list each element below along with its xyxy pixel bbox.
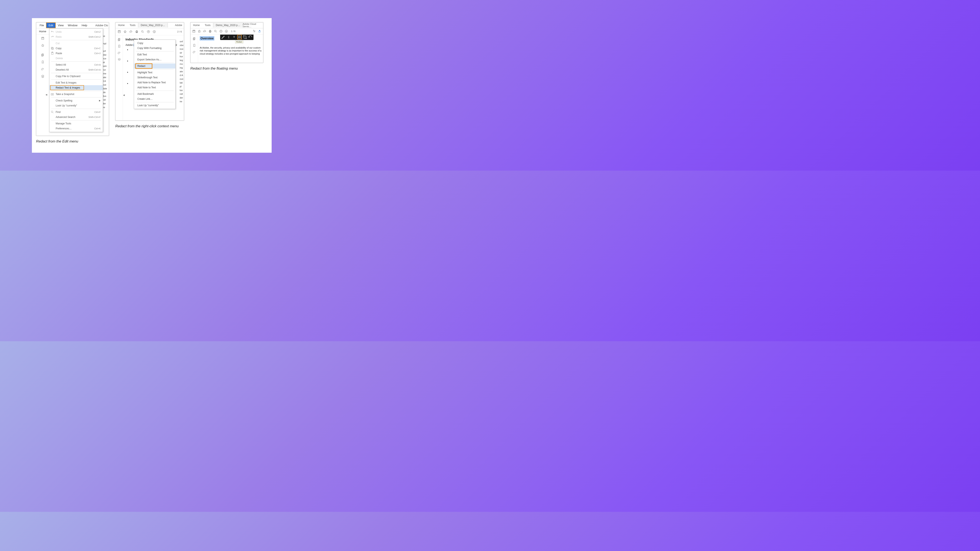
tab-home[interactable]: Home <box>116 23 127 27</box>
svg-rect-29 <box>194 38 195 40</box>
menu-file[interactable]: File <box>38 23 46 28</box>
pages-icon[interactable] <box>41 53 45 57</box>
pages-icon[interactable] <box>192 37 196 40</box>
menu-redo[interactable]: RedoShift+Ctrl+Z <box>49 34 103 40</box>
cloud-icon[interactable] <box>129 30 133 33</box>
tab-tools[interactable]: Tools <box>127 23 138 27</box>
toolbar-2: 2 / 6 <box>116 29 184 35</box>
caption-panel3: Redact from the floating menu <box>190 66 263 71</box>
search-icon <box>51 110 54 114</box>
save-icon[interactable] <box>41 37 45 40</box>
ctx-add-note-replace[interactable]: Add Note to Replace Text <box>134 80 175 85</box>
document-body-text: At Adobe, the security, privacy and avai… <box>200 46 261 56</box>
ctx-add-note-text[interactable]: Add Note to Text <box>134 85 175 90</box>
copy-icon <box>51 47 54 50</box>
strikethrough-tool-icon[interactable]: T <box>232 35 236 40</box>
star-icon[interactable] <box>123 30 127 33</box>
cursor-icon[interactable] <box>253 30 256 33</box>
menu-lookup[interactable]: Look Up "currently" <box>49 103 103 108</box>
ctx-export-selection[interactable]: Export Selection As… <box>134 57 175 62</box>
svg-rect-5 <box>51 47 53 49</box>
menu-snapshot[interactable]: Take a Snapshot <box>49 92 103 97</box>
ctx-add-bookmark[interactable]: Add Bookmark <box>134 91 175 97</box>
tab-home[interactable]: Home <box>191 23 202 27</box>
menu-edit[interactable]: Edit <box>46 22 56 28</box>
collapse-caret-icon[interactable]: ◀ <box>45 93 47 96</box>
attachment-icon[interactable] <box>41 67 45 71</box>
menu-cut[interactable]: Cut <box>49 41 103 46</box>
ctx-lookup[interactable]: Look Up "currently" <box>134 103 175 108</box>
menu-copy[interactable]: CopyCtrl+C <box>49 46 103 51</box>
tab-document[interactable]: Demo_May_2020 p… <box>138 23 168 27</box>
bookmark-icon[interactable] <box>41 60 45 64</box>
page-up-icon[interactable] <box>147 30 150 33</box>
acrobat-window-1: File Edit View Window Help Adobe Clo Hom… <box>36 22 109 136</box>
bookmark-icon[interactable] <box>118 44 121 48</box>
adobe-cloud-tab[interactable]: Adobe Cloud Servic… <box>243 23 263 28</box>
print-icon[interactable] <box>135 30 138 33</box>
cloud-icon[interactable] <box>203 30 206 33</box>
tab-document[interactable]: Demo_May_2020 p… <box>213 23 243 27</box>
zoom-icon[interactable] <box>141 30 144 33</box>
layers-icon[interactable] <box>118 58 121 61</box>
ctx-redact[interactable]: Redact <box>134 64 175 68</box>
svg-rect-24 <box>210 30 210 31</box>
more-tool-icon[interactable] <box>248 35 253 40</box>
layers-icon[interactable] <box>41 75 45 78</box>
crop-tool-icon[interactable] <box>243 35 247 40</box>
zoom-icon[interactable] <box>214 30 217 33</box>
collapse-caret-icon[interactable]: ◀ <box>123 94 125 97</box>
menu-view[interactable]: View <box>56 23 66 28</box>
svg-rect-3 <box>41 54 43 56</box>
menu-help[interactable]: Help <box>80 23 89 28</box>
ctx-copy[interactable]: Copy <box>134 41 175 46</box>
redact-tool-icon[interactable] <box>237 35 242 40</box>
svg-point-16 <box>142 31 143 32</box>
tab-tools[interactable]: Tools <box>202 23 213 27</box>
menu-window[interactable]: Window <box>66 23 80 28</box>
menu-bar: File Edit View Window Help Adobe Clo <box>36 22 109 29</box>
menu-delete[interactable]: Delete <box>49 56 103 61</box>
menu-redact-text-images[interactable]: Redact Text & Images <box>49 85 103 90</box>
attachment-icon[interactable] <box>118 51 121 55</box>
attachment-icon[interactable] <box>192 51 196 54</box>
page-down-icon[interactable] <box>153 30 156 33</box>
hand-icon[interactable] <box>258 30 261 33</box>
star-icon[interactable] <box>41 44 45 47</box>
menu-undo[interactable]: UndoCtrl+Z <box>49 29 103 34</box>
svg-point-10 <box>51 111 53 113</box>
pages-icon[interactable] <box>118 38 121 41</box>
menu-manage-tools[interactable]: Manage Tools <box>49 121 103 126</box>
page-indicator: 2 / 6 <box>177 30 182 33</box>
ctx-create-link[interactable]: Create Link… <box>134 97 175 102</box>
underline-tool-icon[interactable]: T <box>226 35 231 40</box>
ctx-edit-text[interactable]: Edit Text <box>134 52 175 57</box>
svg-rect-12 <box>119 31 120 32</box>
svg-rect-8 <box>51 93 54 95</box>
highlight-tool-icon[interactable] <box>221 35 226 40</box>
ctx-highlight[interactable]: Highlight Text <box>134 70 175 75</box>
home-button[interactable]: Home <box>36 29 49 35</box>
menu-check-spelling[interactable]: Check Spelling▶ <box>49 98 103 103</box>
save-icon[interactable] <box>118 30 121 33</box>
star-icon[interactable] <box>197 30 201 33</box>
ctx-copy-formatting[interactable]: Copy With Formatting <box>134 46 175 51</box>
menu-preferences[interactable]: Preferences…Ctrl+K <box>49 126 103 131</box>
print-icon[interactable] <box>208 30 212 33</box>
svg-rect-14 <box>136 31 137 31</box>
menu-deselect-all[interactable]: Deselect AllShift+Ctrl+A <box>49 67 103 72</box>
selected-heading[interactable]: Overview <box>200 36 214 40</box>
bookmark-icon[interactable] <box>192 44 196 47</box>
menu-edit-text-images[interactable]: Edit Text & Images <box>49 80 103 85</box>
redo-icon <box>51 35 54 38</box>
menu-paste[interactable]: PasteCtrl+V <box>49 51 103 56</box>
page-down-icon[interactable] <box>225 30 228 33</box>
menu-find[interactable]: FindCtrl+F <box>49 110 103 114</box>
menu-select-all[interactable]: Select AllCtrl+A <box>49 62 103 67</box>
adobe-label: Adobe <box>175 24 184 27</box>
ctx-strikethrough[interactable]: Strikethrough Text <box>134 75 175 80</box>
page-up-icon[interactable] <box>219 30 223 33</box>
menu-advanced-search[interactable]: Advanced SearchShift+Ctrl+F <box>49 114 103 119</box>
menu-copy-file[interactable]: Copy File to Clipboard <box>49 74 103 79</box>
save-icon[interactable] <box>192 30 196 33</box>
